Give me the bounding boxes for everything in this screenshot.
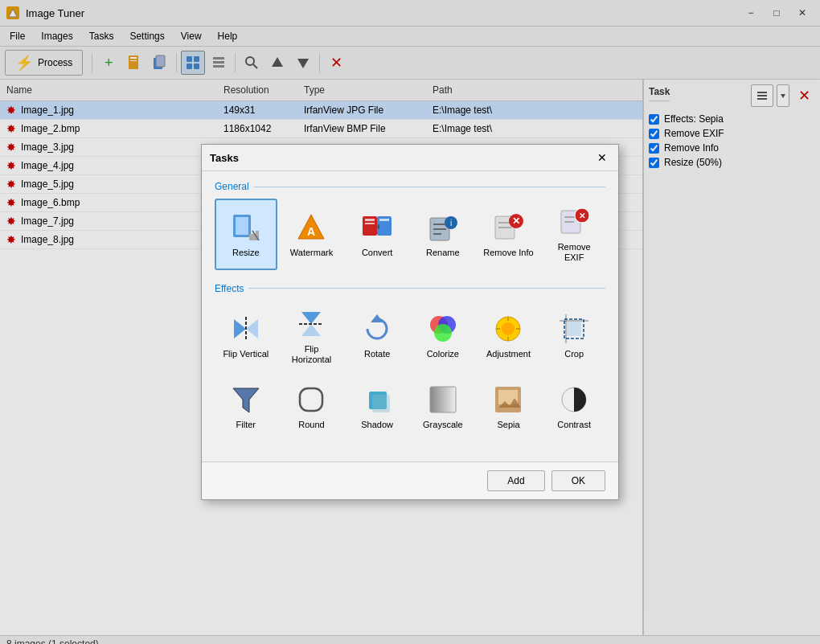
grayscale-icon [426, 383, 460, 416]
general-section-label: General [215, 181, 605, 192]
svg-rect-69 [300, 388, 322, 411]
task-cell-convert[interactable]: Convert [346, 199, 408, 269]
watermark-icon: A [294, 211, 328, 244]
adjustment-label: Adjustment [486, 349, 531, 359]
remove-info-label: Remove Info [483, 248, 533, 258]
rotate-icon [360, 312, 394, 346]
svg-rect-65 [567, 322, 581, 336]
svg-text:A: A [307, 225, 315, 238]
task-cell-filter[interactable]: Filter [215, 375, 277, 439]
grayscale-label: Grayscale [423, 420, 463, 430]
task-cell-shadow[interactable]: Shadow [346, 375, 408, 439]
task-cell-grayscale[interactable]: Grayscale [412, 375, 474, 439]
modal-add-button[interactable]: Add [487, 470, 544, 491]
task-cell-rotate[interactable]: Rotate [346, 301, 408, 371]
resize-icon [229, 211, 263, 244]
filter-label: Filter [236, 420, 256, 430]
flip-horizontal-icon [294, 307, 328, 341]
effects-section-label: Effects [215, 283, 605, 294]
remove-info-icon: ✕ [491, 211, 525, 244]
modal-overlay: Tasks ✕ General Resize A Watermark Conve… [0, 0, 820, 644]
effects-task-grid: Flip Vertical Flip Horizontal Rotate Col… [215, 301, 605, 439]
modal-title-text: Tasks [210, 152, 239, 164]
svg-marker-48 [234, 319, 246, 338]
task-cell-colorize[interactable]: Colorize [412, 301, 474, 371]
flip-vertical-icon [229, 312, 263, 346]
modal-ok-button[interactable]: OK [551, 470, 605, 491]
modal-body: General Resize A Watermark Convert i Ren… [202, 171, 618, 461]
remove-exif-label: Remove EXIF [547, 242, 601, 263]
svg-rect-31 [379, 219, 389, 221]
resize-label: Resize [232, 248, 260, 258]
tasks-modal: Tasks ✕ General Resize A Watermark Conve… [201, 144, 619, 500]
modal-footer: Add OK [202, 461, 618, 499]
filter-icon [229, 383, 263, 416]
convert-icon [360, 211, 394, 244]
svg-marker-52 [301, 324, 321, 336]
round-icon [294, 383, 328, 416]
svg-marker-49 [246, 319, 258, 338]
task-cell-resize[interactable]: Resize [215, 199, 277, 269]
convert-label: Convert [362, 248, 393, 258]
task-cell-watermark[interactable]: A Watermark [281, 199, 343, 269]
task-cell-contrast[interactable]: Contrast [543, 375, 605, 439]
svg-marker-51 [301, 312, 321, 324]
adjustment-icon [491, 312, 525, 346]
flip-horizontal-label: Flip Horizontal [285, 344, 338, 365]
flip-vertical-label: Flip Vertical [223, 349, 269, 359]
rename-label: Rename [426, 248, 460, 258]
task-cell-flip-horizontal[interactable]: Flip Horizontal [281, 301, 343, 371]
task-cell-adjustment[interactable]: Adjustment [478, 301, 540, 371]
modal-title-bar: Tasks ✕ [202, 145, 618, 171]
svg-rect-22 [236, 217, 248, 235]
svg-marker-54 [371, 314, 383, 322]
task-cell-crop[interactable]: Crop [543, 301, 605, 371]
shadow-label: Shadow [361, 420, 393, 430]
round-label: Round [298, 420, 324, 430]
task-cell-round[interactable]: Round [281, 375, 343, 439]
svg-point-57 [434, 324, 452, 342]
svg-text:✕: ✕ [579, 211, 585, 220]
svg-rect-71 [372, 395, 390, 412]
svg-point-59 [502, 322, 515, 335]
task-cell-rename[interactable]: i Rename [412, 199, 474, 269]
sepia-label: Sepia [497, 420, 519, 430]
contrast-icon [557, 383, 591, 416]
rotate-label: Rotate [364, 349, 390, 359]
svg-rect-72 [430, 387, 456, 412]
task-cell-flip-vertical[interactable]: Flip Vertical [215, 301, 277, 371]
colorize-icon [426, 312, 460, 346]
crop-label: Crop [564, 349, 584, 359]
general-task-grid: Resize A Watermark Convert i Rename ✕ Re… [215, 199, 605, 269]
crop-icon [557, 312, 591, 346]
watermark-label: Watermark [290, 248, 333, 258]
svg-rect-29 [365, 223, 375, 224]
svg-text:✕: ✕ [512, 215, 520, 227]
svg-rect-28 [365, 219, 375, 221]
task-cell-remove-exif[interactable]: ✕ Remove EXIF [543, 199, 605, 269]
modal-close-button[interactable]: ✕ [594, 150, 610, 166]
task-cell-remove-info[interactable]: ✕ Remove Info [478, 199, 540, 269]
rename-icon: i [426, 211, 460, 244]
sepia-icon [491, 383, 525, 416]
svg-text:i: i [450, 219, 452, 228]
remove-exif-icon: ✕ [557, 205, 591, 239]
task-cell-sepia[interactable]: Sepia [478, 375, 540, 439]
colorize-label: Colorize [427, 349, 459, 359]
shadow-icon [360, 383, 394, 416]
svg-marker-68 [233, 388, 259, 412]
contrast-label: Contrast [557, 420, 591, 430]
